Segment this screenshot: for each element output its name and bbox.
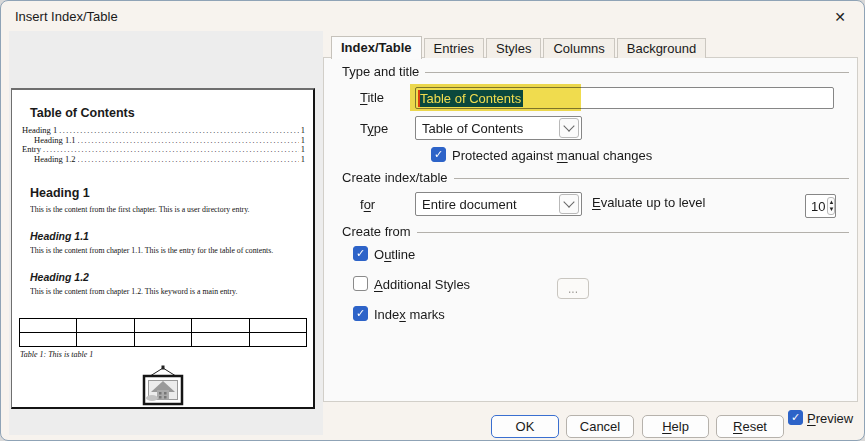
preview-paragraph: This is the content from chapter 1.1. Th… [30, 246, 307, 255]
assign-styles-button[interactable]: ... [557, 278, 589, 299]
spinner-value: 10 [806, 195, 825, 217]
group-create-index-table: Create index/table [342, 170, 849, 185]
type-dropdown-value: Table of Contents [416, 121, 557, 136]
group-create-from: Create from [342, 224, 849, 239]
toc-dot-leader [78, 155, 299, 165]
group-type-and-title: Type and title [342, 64, 849, 79]
check-icon: ✓ [356, 307, 365, 320]
close-icon[interactable]: ✕ [831, 8, 849, 26]
tab-columns[interactable]: Columns [543, 38, 614, 58]
spinner-buttons[interactable]: ▲▼ [827, 197, 835, 215]
check-icon: ✓ [356, 247, 365, 260]
for-label: for [360, 197, 375, 212]
toc-entry-text: Heading 1.2 [34, 155, 76, 165]
preview-heading-1: Heading 1 [30, 186, 303, 200]
table-row [20, 333, 307, 347]
toc-entry: Heading 1.2 1 [22, 155, 305, 165]
preview-paragraph: This is the content from the first chapt… [30, 205, 307, 214]
table-row [20, 319, 307, 333]
check-icon: ✓ [434, 148, 443, 161]
preview-image-caption: Image 1: This is Image 1 [12, 408, 313, 409]
preview-image: Image 1: This is Image 1 [12, 365, 313, 409]
insert-index-table-dialog: Insert Index/Table ✕ Table of Contents H… [0, 0, 865, 441]
help-button[interactable]: Help [642, 415, 709, 438]
spin-down-icon[interactable]: ▼ [828, 206, 834, 213]
text-caret [418, 90, 420, 107]
cancel-button[interactable]: Cancel [566, 415, 634, 438]
tab-index-table[interactable]: Index/Table [331, 36, 422, 59]
titlebar: Insert Index/Table ✕ [1, 1, 864, 31]
ok-button[interactable]: OK [491, 415, 559, 438]
outline-checkbox-label[interactable]: Outline [374, 247, 415, 262]
preview-heading-1-2: Heading 1.2 [30, 271, 303, 283]
toc-entry-page: 1 [301, 155, 305, 165]
tab-styles[interactable]: Styles [486, 38, 541, 58]
index-marks-checkbox[interactable]: ✓ [353, 306, 368, 321]
spin-up-icon[interactable]: ▲ [828, 199, 834, 206]
toc-dot-leader [59, 126, 299, 136]
type-label: Type [360, 121, 388, 136]
reset-button[interactable]: Reset [716, 415, 784, 438]
check-icon: ✓ [791, 411, 800, 424]
group-caption-label: Create index/table [342, 170, 448, 185]
title-label: Title [360, 90, 384, 105]
picture-frame-icon [136, 365, 190, 407]
tab-entries[interactable]: Entries [424, 38, 484, 58]
additional-styles-checkbox[interactable] [353, 276, 368, 291]
preview-pane: Table of Contents Heading 1 1 Heading 1.… [9, 31, 323, 435]
preview-heading-1-1: Heading 1.1 [30, 230, 303, 242]
group-caption-label: Create from [342, 224, 411, 239]
outline-checkbox[interactable]: ✓ [353, 246, 368, 261]
group-caption-line [425, 72, 849, 73]
chevron-down-icon[interactable] [559, 118, 579, 138]
evaluate-level-spinner[interactable]: 10 ▲▼ [805, 194, 836, 218]
chevron-down-icon[interactable] [559, 194, 579, 214]
preview-checkbox-label[interactable]: Preview [807, 411, 853, 426]
tab-background[interactable]: Background [617, 38, 706, 58]
protected-checkbox-label[interactable]: Protected against manual changes [452, 148, 652, 163]
group-caption-line [454, 178, 849, 179]
preview-page: Table of Contents Heading 1 1 Heading 1.… [11, 88, 315, 409]
for-dropdown[interactable]: Entire document [415, 192, 582, 216]
type-dropdown[interactable]: Table of Contents [415, 116, 582, 140]
title-selected-text: Table of Contents [418, 90, 523, 107]
preview-paragraph: This is the content from chapter 1.2. Th… [30, 287, 307, 296]
for-dropdown-value: Entire document [416, 197, 557, 212]
toc-dot-leader [78, 136, 299, 146]
additional-styles-checkbox-label[interactable]: Additional Styles [374, 277, 470, 292]
preview-toc-title: Table of Contents [30, 106, 303, 120]
evaluate-level-label: Evaluate up to level [592, 195, 705, 210]
preview-table [19, 318, 307, 347]
group-caption-label: Type and title [342, 64, 419, 79]
toc-entry: Heading 1.1 1 [22, 136, 305, 146]
index-marks-checkbox-label[interactable]: Index marks [374, 307, 445, 322]
protected-checkbox[interactable]: ✓ [431, 147, 446, 162]
tab-page-index-table: Type and title Title Table of Contents T… [323, 57, 858, 402]
toc-dot-leader [43, 145, 299, 155]
preview-table-caption: Table 1: This is table 1 [20, 350, 307, 359]
tab-strip: Index/Table Entries Styles Columns Backg… [331, 36, 708, 58]
preview-toc-list: Heading 1 1 Heading 1.1 1 Entry 1 Headin… [22, 126, 305, 164]
preview-checkbox[interactable]: ✓ [788, 410, 803, 425]
dialog-title: Insert Index/Table [15, 9, 118, 24]
title-input[interactable]: Table of Contents [415, 87, 834, 109]
group-caption-line [417, 232, 849, 233]
